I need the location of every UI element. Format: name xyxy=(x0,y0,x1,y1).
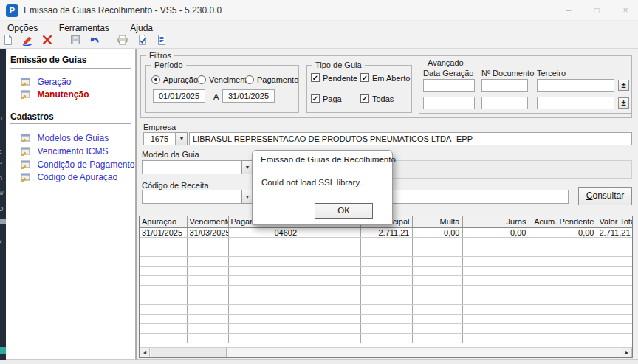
table-cell[interactable] xyxy=(187,314,228,323)
checkbox-pendente[interactable] xyxy=(311,73,320,82)
table-cell[interactable] xyxy=(529,275,597,285)
table-cell[interactable] xyxy=(272,295,360,304)
table-cell[interactable] xyxy=(272,237,360,247)
column-header[interactable]: Apuração xyxy=(140,216,187,227)
table-cell[interactable] xyxy=(597,275,632,285)
maximize-button[interactable]: □ xyxy=(587,0,606,21)
table-cell[interactable] xyxy=(140,323,187,333)
table-cell[interactable] xyxy=(360,323,412,333)
table-cell[interactable] xyxy=(412,304,462,314)
table-cell[interactable]: 2.711,21 xyxy=(360,227,412,237)
table-cell[interactable] xyxy=(360,304,412,314)
column-header[interactable]: Valor Total xyxy=(597,216,632,227)
radio-apuracao[interactable] xyxy=(151,75,160,84)
table-cell[interactable] xyxy=(228,227,272,237)
table-cell[interactable] xyxy=(187,275,228,285)
table-cell[interactable] xyxy=(228,333,272,343)
dialog-ok-button[interactable]: OK xyxy=(315,203,373,219)
table-cell[interactable] xyxy=(529,314,597,323)
table-cell[interactable]: 2.711,21 xyxy=(597,227,632,237)
table-cell[interactable] xyxy=(272,275,360,285)
table-cell[interactable] xyxy=(412,333,462,343)
table-cell[interactable] xyxy=(140,256,187,266)
table-cell[interactable] xyxy=(228,256,272,266)
table-cell[interactable] xyxy=(597,314,632,323)
table-cell[interactable] xyxy=(412,285,462,295)
table-cell[interactable] xyxy=(228,304,272,314)
table-cell[interactable] xyxy=(228,275,272,285)
table-cell[interactable] xyxy=(360,333,412,343)
table-cell[interactable] xyxy=(412,275,462,285)
sidebar-item-condicao-de-pagamento[interactable]: Condição de Pagamento xyxy=(21,157,135,168)
table-cell[interactable] xyxy=(529,237,597,247)
table-cell[interactable] xyxy=(597,247,632,256)
table-cell[interactable] xyxy=(272,323,360,333)
scroll-left-icon[interactable]: ◄ xyxy=(140,348,150,357)
checkbox-todas[interactable] xyxy=(360,94,369,103)
column-header[interactable]: Acum. Pendente xyxy=(529,216,597,227)
table-cell[interactable] xyxy=(412,247,462,256)
table-cell[interactable] xyxy=(187,285,228,295)
print-icon[interactable] xyxy=(115,34,130,48)
table-cell[interactable] xyxy=(462,314,529,323)
column-header[interactable]: Juros xyxy=(462,216,529,227)
sidebar-item-codigo-de-apuracao[interactable]: Código de Apuração xyxy=(21,170,117,181)
consultar-button[interactable]: Consultar xyxy=(578,187,632,205)
table-cell[interactable] xyxy=(529,295,597,304)
table-cell[interactable] xyxy=(228,285,272,295)
table-cell[interactable] xyxy=(529,323,597,333)
report-icon[interactable] xyxy=(154,34,169,48)
table-cell[interactable] xyxy=(529,333,597,343)
table-cell[interactable] xyxy=(187,333,228,343)
dialog-close-icon[interactable]: × xyxy=(371,153,388,168)
save-icon[interactable] xyxy=(68,34,83,48)
table-cell[interactable] xyxy=(462,275,529,285)
column-header[interactable]: Multa xyxy=(412,216,462,227)
column-header[interactable]: Vencimento xyxy=(187,216,228,227)
close-button[interactable]: × xyxy=(616,0,635,21)
table-cell[interactable] xyxy=(462,266,529,275)
table-cell[interactable] xyxy=(140,333,187,343)
table-cell[interactable] xyxy=(360,295,412,304)
table-cell[interactable]: 0,00 xyxy=(529,227,597,237)
date-from-input[interactable]: 01/01/2025 xyxy=(153,89,205,103)
table-cell[interactable] xyxy=(272,304,360,314)
table-cell[interactable] xyxy=(140,247,187,256)
table-cell[interactable] xyxy=(140,304,187,314)
terceiro-input-2[interactable] xyxy=(537,97,614,109)
table-cell[interactable] xyxy=(187,323,228,333)
table-cell[interactable] xyxy=(228,323,272,333)
table-cell[interactable] xyxy=(228,266,272,275)
delete-icon[interactable] xyxy=(40,34,55,48)
data-geracao-input-1[interactable] xyxy=(423,79,475,92)
table-cell[interactable] xyxy=(412,314,462,323)
table-cell[interactable] xyxy=(360,314,412,323)
table-cell[interactable]: 31/01/2025 xyxy=(140,227,187,237)
table-cell[interactable] xyxy=(228,237,272,247)
terceiro-input-1[interactable] xyxy=(537,79,614,92)
terceiro-lookup-button-2[interactable]: ± xyxy=(618,97,629,109)
num-documento-input-1[interactable] xyxy=(481,79,528,92)
checkbox-paga[interactable] xyxy=(311,94,320,103)
table-cell[interactable] xyxy=(529,304,597,314)
table-cell[interactable] xyxy=(228,314,272,323)
radio-pagamento[interactable] xyxy=(245,75,254,84)
sidebar-item-modelos-de-guias[interactable]: Modelos de Guias xyxy=(21,131,109,142)
table-cell[interactable] xyxy=(360,275,412,285)
table-cell[interactable] xyxy=(272,285,360,295)
table-cell[interactable] xyxy=(360,256,412,266)
table-cell[interactable] xyxy=(140,237,187,247)
table-cell[interactable] xyxy=(412,266,462,275)
table-cell[interactable] xyxy=(187,304,228,314)
table-cell[interactable] xyxy=(272,333,360,343)
table-cell[interactable] xyxy=(272,266,360,275)
table-cell[interactable] xyxy=(228,247,272,256)
empresa-code-input[interactable]: 1675 xyxy=(143,132,176,145)
table-cell[interactable] xyxy=(140,285,187,295)
checkbox-em-aberto[interactable] xyxy=(360,73,369,82)
table-cell[interactable]: 0,00 xyxy=(462,227,529,237)
table-cell[interactable] xyxy=(597,295,632,304)
table-cell[interactable] xyxy=(412,256,462,266)
table-cell[interactable] xyxy=(412,237,462,247)
new-icon[interactable] xyxy=(1,34,16,48)
